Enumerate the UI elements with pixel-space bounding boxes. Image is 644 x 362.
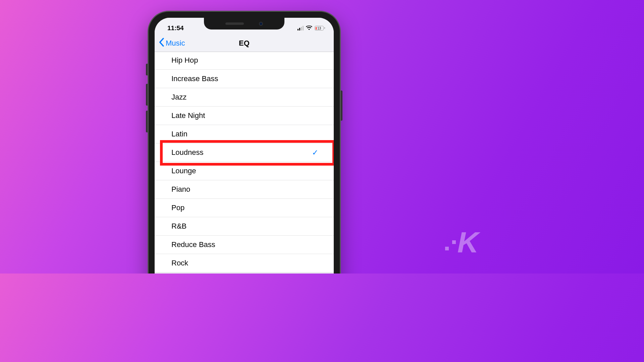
eq-option-row[interactable]: Rock — [155, 254, 334, 273]
status-time: 11:54 — [167, 24, 184, 32]
power-button — [341, 90, 342, 121]
page-title: EQ — [239, 39, 250, 48]
eq-option-label: Loudness — [171, 148, 203, 157]
checkmark-icon: ✓ — [312, 148, 328, 157]
eq-preset-list: Hip HopIncrease BassJazzLate NightLatinL… — [155, 52, 334, 273]
navigation-bar: Music EQ — [155, 35, 334, 52]
eq-option-label: R&B — [171, 222, 186, 231]
eq-option-label: Pop — [171, 203, 184, 212]
watermark-letter: K — [457, 225, 477, 259]
eq-option-row[interactable]: Hip Hop — [155, 52, 334, 70]
eq-option-row[interactable]: Lounge — [155, 162, 334, 180]
cellular-signal-icon — [298, 26, 304, 31]
eq-option-label: Rock — [171, 259, 188, 267]
back-button[interactable]: Music — [159, 38, 185, 49]
volume-buttons — [146, 84, 148, 106]
display-notch — [204, 18, 284, 29]
chevron-left-icon — [159, 38, 164, 49]
eq-option-row[interactable]: Increase Bass — [155, 70, 334, 88]
eq-option-label: Reduce Bass — [171, 240, 215, 249]
eq-settings-content[interactable]: Hip HopIncrease BassJazzLate NightLatinL… — [155, 52, 334, 274]
eq-option-row[interactable]: Piano — [155, 180, 334, 199]
phone-screen: 11:54 13 — [155, 18, 334, 274]
eq-option-label: Piano — [171, 185, 190, 194]
wifi-icon — [306, 25, 312, 32]
eq-option-row[interactable]: Late Night — [155, 107, 334, 125]
eq-option-label: Hip Hop — [171, 56, 198, 65]
battery-fill-low — [316, 27, 317, 30]
phone-device-frame: 11:54 13 — [149, 12, 340, 274]
battery-percentage: 13 — [317, 26, 321, 30]
battery-icon: 13 — [315, 26, 324, 31]
eq-option-row[interactable]: Reduce Bass — [155, 236, 334, 254]
eq-option-row[interactable]: Latin — [155, 125, 334, 143]
back-label: Music — [166, 39, 185, 48]
eq-option-row[interactable]: Jazz — [155, 88, 334, 107]
eq-option-label: Lounge — [171, 167, 196, 175]
eq-option-row[interactable]: Loudness✓ — [155, 143, 334, 162]
status-icons: 13 — [298, 25, 324, 32]
front-camera — [259, 22, 263, 26]
eq-option-label: Increase Bass — [171, 74, 218, 83]
eq-option-label: Late Night — [171, 111, 205, 120]
watermark-logo: K — [445, 225, 477, 259]
eq-option-row[interactable]: Pop — [155, 199, 334, 217]
eq-option-label: Jazz — [171, 93, 186, 102]
eq-option-label: Latin — [171, 130, 187, 138]
speaker — [225, 22, 244, 25]
eq-option-row[interactable]: R&B — [155, 217, 334, 236]
